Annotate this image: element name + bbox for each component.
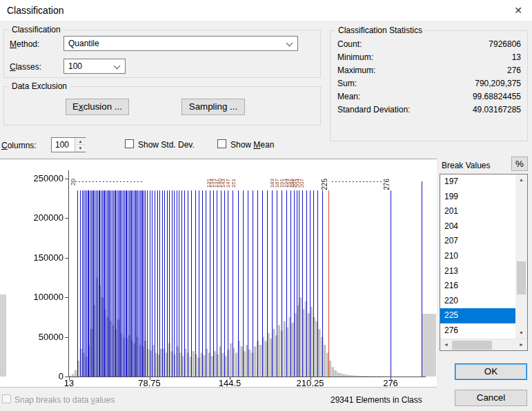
break-value-item[interactable]: 207 bbox=[440, 234, 515, 249]
break-value-item[interactable]: 216 bbox=[440, 279, 515, 294]
stat-label: Sum: bbox=[337, 77, 357, 90]
vertical-scrollbar[interactable]: ▲ ▼ bbox=[515, 174, 527, 339]
spinner-column: ▲ ▼ bbox=[75, 138, 85, 152]
break-values-header: Break Values bbox=[442, 161, 490, 170]
chevron-down-icon bbox=[286, 40, 293, 47]
stat-label: Count: bbox=[337, 38, 362, 51]
close-icon[interactable]: ✕ bbox=[510, 3, 526, 18]
stat-row-sum: Sum: 790,209,375 bbox=[337, 77, 521, 90]
sampling-button[interactable]: Sampling ... bbox=[181, 99, 245, 115]
titlebar: Classification ✕ bbox=[0, 0, 532, 21]
data-exclusion-group: Data Exclusion bbox=[3, 86, 321, 126]
classification-group-label: Classification bbox=[9, 25, 63, 34]
classification-histogram[interactable] bbox=[0, 159, 437, 388]
classes-value: 100 bbox=[68, 61, 82, 71]
break-value-item[interactable]: 213 bbox=[440, 264, 515, 279]
break-values-items: 197 199 201 204 207 210 213 216 220 225 … bbox=[440, 174, 515, 339]
statistics-group-label: Classification Statistics bbox=[335, 26, 425, 35]
horizontal-scroll-thumb[interactable] bbox=[452, 341, 492, 350]
exclusion-button[interactable]: Exclusion ... bbox=[66, 99, 129, 115]
break-value-item[interactable]: 220 bbox=[440, 294, 515, 309]
stat-label: Mean: bbox=[337, 90, 360, 103]
classification-dialog: Classification ✕ Classification Method: … bbox=[0, 0, 532, 411]
percent-button[interactable]: % bbox=[511, 157, 528, 171]
horizontal-scrollbar[interactable]: ◄ ► bbox=[440, 339, 527, 350]
dialog-title: Classification bbox=[7, 5, 63, 16]
cancel-button[interactable]: Cancel bbox=[455, 390, 527, 406]
vertical-scroll-thumb[interactable] bbox=[517, 261, 526, 294]
statistics-rows: Count: 7926806 Minimum: 13 Maximum: 276 … bbox=[337, 38, 521, 117]
classes-label: Classes: bbox=[10, 62, 41, 72]
stat-row-count: Count: 7926806 bbox=[337, 38, 521, 51]
classes-dropdown[interactable]: 100 bbox=[63, 59, 126, 74]
show-mean-checkbox[interactable] bbox=[217, 139, 226, 148]
snap-breaks-checkbox[interactable] bbox=[2, 394, 11, 403]
elements-in-class-label: 29341 Elements in Class bbox=[331, 395, 422, 405]
stat-label: Minimum: bbox=[337, 51, 373, 64]
stat-value: 99.68824455 bbox=[473, 90, 521, 103]
columns-label: Columns: bbox=[1, 141, 37, 150]
stat-row-std-dev: Standard Deviation: 49.03167285 bbox=[337, 103, 521, 117]
stat-value: 276 bbox=[507, 64, 521, 77]
show-mean-label: Show Mean bbox=[230, 140, 274, 150]
columns-value: 100 bbox=[55, 139, 69, 151]
chevron-down-icon bbox=[114, 63, 121, 70]
snap-breaks-label: Snap breaks to data values bbox=[14, 395, 115, 405]
break-value-item[interactable]: 276 bbox=[440, 323, 515, 339]
show-std-dev-checkbox[interactable] bbox=[125, 139, 134, 148]
method-value: Quantile bbox=[68, 39, 99, 48]
scroll-left-icon[interactable]: ◄ bbox=[440, 339, 452, 350]
scroll-down-icon[interactable]: ▼ bbox=[515, 328, 527, 339]
break-values-list: 197 199 201 204 207 210 213 216 220 225 … bbox=[440, 174, 528, 351]
method-label: Method: bbox=[10, 39, 39, 49]
break-value-item[interactable]: 204 bbox=[440, 219, 515, 234]
data-exclusion-group-label: Data Exclusion bbox=[9, 81, 70, 91]
stat-label: Maximum: bbox=[337, 64, 375, 77]
ok-button[interactable]: OK bbox=[455, 363, 527, 380]
break-value-item[interactable]: 210 bbox=[440, 249, 515, 264]
stat-value: 49.03167285 bbox=[473, 103, 521, 117]
stat-row-maximum: Maximum: 276 bbox=[337, 64, 521, 77]
scroll-up-icon[interactable]: ▲ bbox=[515, 174, 527, 186]
spinner-down-icon[interactable]: ▼ bbox=[75, 145, 86, 152]
stat-value: 7926806 bbox=[489, 38, 521, 51]
stat-label: Standard Deviation: bbox=[337, 103, 410, 117]
stat-row-mean: Mean: 99.68824455 bbox=[337, 90, 521, 103]
break-value-item[interactable]: 197 bbox=[440, 174, 515, 190]
stat-value: 790,209,375 bbox=[475, 77, 521, 90]
method-dropdown[interactable]: Quantile bbox=[63, 36, 298, 51]
histogram-panel: 0500001000001500002000002500001378.75144… bbox=[0, 159, 437, 388]
spinner-up-icon[interactable]: ▲ bbox=[75, 138, 86, 145]
stat-row-minimum: Minimum: 13 bbox=[337, 51, 521, 64]
stat-value: 13 bbox=[512, 51, 521, 64]
break-value-item[interactable]: 199 bbox=[440, 190, 515, 205]
break-value-item-selected[interactable]: 225 bbox=[440, 308, 515, 323]
break-value-item[interactable]: 201 bbox=[440, 204, 515, 219]
scroll-right-icon[interactable]: ► bbox=[515, 339, 527, 350]
statistics-group: Classification Statistics Count: 7926806… bbox=[330, 30, 528, 141]
columns-stepper[interactable]: 100 ▲ ▼ bbox=[51, 137, 86, 152]
show-std-dev-label: Show Std. Dev. bbox=[138, 140, 195, 150]
